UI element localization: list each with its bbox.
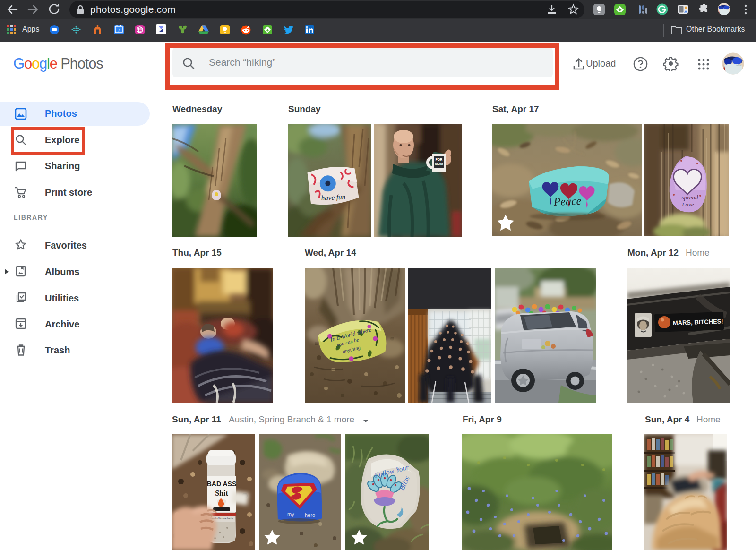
- svg-text:spread: spread: [682, 194, 698, 201]
- svg-text:hero: hero: [305, 512, 315, 518]
- svg-text:Shit: Shit: [215, 489, 228, 497]
- svg-text:7: 7: [118, 28, 120, 33]
- svg-text:Peace: Peace: [553, 195, 582, 208]
- svg-text:have fun: have fun: [321, 193, 345, 202]
- svg-text:my: my: [287, 511, 294, 517]
- svg-text:MOM: MOM: [435, 162, 443, 165]
- svg-text:FOR: FOR: [436, 158, 443, 161]
- svg-text:BAD ASS: BAD ASS: [207, 480, 237, 488]
- svg-text:Love: Love: [681, 201, 694, 208]
